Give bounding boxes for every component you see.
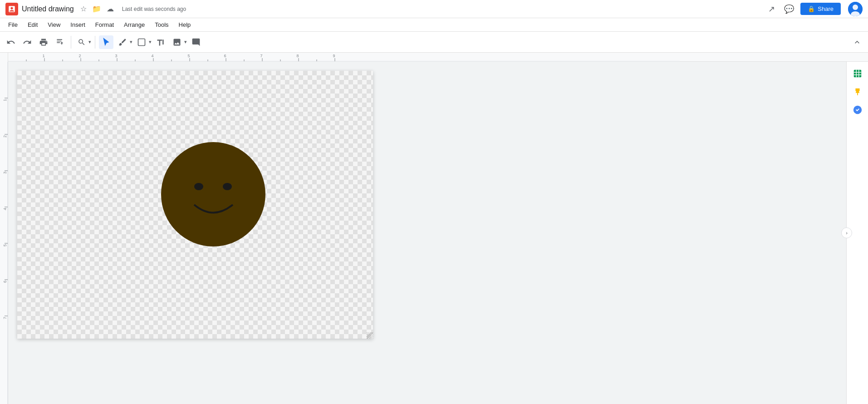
menu-edit[interactable]: Edit xyxy=(23,20,42,30)
paint-tools[interactable]: ▾ xyxy=(115,35,132,49)
canvas-scroll[interactable] xyxy=(8,62,846,404)
paint-arrow: ▾ xyxy=(130,39,132,45)
select-tool[interactable] xyxy=(99,35,113,49)
svg-rect-4 xyxy=(8,53,680,62)
keep-button[interactable] xyxy=(849,84,866,100)
share-button[interactable]: 🔒 Share xyxy=(800,3,841,15)
svg-text:6: 6 xyxy=(3,281,7,283)
menu-tools[interactable]: Tools xyxy=(150,20,173,30)
zoom-control[interactable]: ▾ xyxy=(75,36,91,49)
cloud-icon[interactable]: ☁ xyxy=(107,5,114,13)
print-button[interactable] xyxy=(36,35,51,49)
star-icon[interactable]: ☆ xyxy=(80,5,87,13)
svg-text:7: 7 xyxy=(3,317,7,319)
user-avatar[interactable] xyxy=(848,2,863,16)
left-eye xyxy=(194,183,203,190)
svg-text:9: 9 xyxy=(333,54,335,58)
menu-format[interactable]: Format xyxy=(91,20,118,30)
separator-2 xyxy=(95,36,95,49)
zoom-button[interactable] xyxy=(75,36,88,49)
top-ruler: 1 2 3 4 5 6 7 8 9 xyxy=(0,53,868,62)
paint-tool-button[interactable] xyxy=(115,35,130,49)
svg-text:6: 6 xyxy=(224,54,226,58)
svg-point-1 xyxy=(853,5,858,10)
right-eye xyxy=(223,183,232,190)
right-sidebar: › xyxy=(846,62,868,404)
shape-button[interactable] xyxy=(134,35,149,49)
canvas-wrapper: 1 2 3 4 5 6 7 8 9 xyxy=(0,53,868,404)
menu-arrange[interactable]: Arrange xyxy=(119,20,149,30)
document-title[interactable]: Untitled drawing xyxy=(22,5,74,13)
canvas-resize-handle[interactable] xyxy=(367,332,373,339)
svg-text:2: 2 xyxy=(78,54,81,58)
drawing-canvas[interactable] xyxy=(17,71,373,339)
svg-text:1: 1 xyxy=(3,99,7,101)
redo-button[interactable] xyxy=(20,35,34,49)
svg-rect-49 xyxy=(853,70,861,78)
zoom-arrow: ▾ xyxy=(88,39,91,45)
menu-bar: File Edit View Insert Format Arrange Too… xyxy=(0,18,868,32)
canvas-inner xyxy=(8,62,846,404)
last-edit-status: Last edit was seconds ago xyxy=(122,6,186,12)
title-bar: Untitled drawing ☆ 📁 ☁ Last edit was sec… xyxy=(0,0,868,18)
shape-arrow: ▾ xyxy=(149,39,152,45)
svg-rect-33 xyxy=(0,62,8,404)
svg-text:5: 5 xyxy=(187,54,190,58)
sheets-button[interactable] xyxy=(849,65,866,82)
comments-icon[interactable]: 💬 xyxy=(781,1,797,17)
svg-text:3: 3 xyxy=(3,172,7,174)
collapse-sidebar-button[interactable]: › xyxy=(841,227,852,238)
separator-1 xyxy=(71,36,71,49)
menu-view[interactable]: View xyxy=(43,20,65,30)
collapse-toolbar-button[interactable] xyxy=(850,35,864,49)
image-button[interactable] xyxy=(170,35,184,49)
explore-icon[interactable]: ↗ xyxy=(765,1,778,17)
smiley-face[interactable] xyxy=(160,141,267,248)
vertical-ruler: 1 2 3 4 5 6 7 xyxy=(0,62,8,404)
svg-text:3: 3 xyxy=(115,54,117,58)
svg-text:5: 5 xyxy=(3,244,7,246)
tasks-button[interactable] xyxy=(849,102,866,118)
app-icon xyxy=(5,3,18,15)
menu-file[interactable]: File xyxy=(4,20,22,30)
comment-button[interactable] xyxy=(189,35,203,49)
toolbar: ▾ ▾ ▾ ▾ xyxy=(0,32,868,53)
svg-text:4: 4 xyxy=(151,54,153,58)
menu-help[interactable]: Help xyxy=(174,20,196,30)
svg-text:2: 2 xyxy=(3,135,7,138)
shape-tools[interactable]: ▾ xyxy=(134,35,152,49)
svg-rect-3 xyxy=(138,39,145,45)
ruler-corner xyxy=(0,53,8,62)
horizontal-ruler: 1 2 3 4 5 6 7 8 9 xyxy=(8,53,680,62)
svg-text:7: 7 xyxy=(260,54,262,58)
textbox-button[interactable] xyxy=(153,35,168,49)
image-arrow: ▾ xyxy=(184,39,187,45)
svg-text:4: 4 xyxy=(3,208,7,210)
menu-insert[interactable]: Insert xyxy=(66,20,90,30)
folder-icon[interactable]: 📁 xyxy=(92,5,101,13)
svg-text:8: 8 xyxy=(296,54,299,58)
content-row: 1 2 3 4 5 6 7 xyxy=(0,62,868,404)
image-tools[interactable]: ▾ xyxy=(170,35,187,49)
paint-format-button[interactable] xyxy=(53,35,67,49)
undo-button[interactable] xyxy=(4,35,18,49)
main-layout: 1 2 3 4 5 6 7 8 9 xyxy=(0,53,868,404)
face-circle xyxy=(161,142,265,246)
svg-text:1: 1 xyxy=(42,54,44,58)
lock-icon: 🔒 xyxy=(808,5,815,12)
